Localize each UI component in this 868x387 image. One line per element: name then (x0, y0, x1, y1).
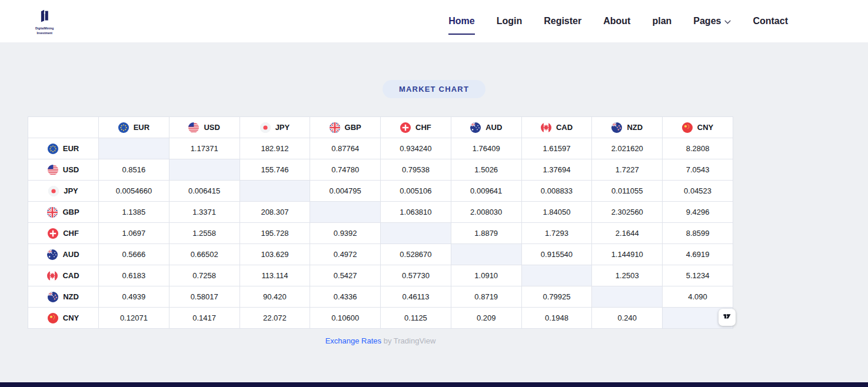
rate-cell-gbp-aud[interactable]: 2.008030 (451, 202, 521, 223)
rate-cell-usd-nzd[interactable]: 1.7227 (592, 159, 663, 181)
rate-cell-eur-nzd[interactable]: 2.021620 (592, 138, 663, 159)
rate-cell-jpy-eur[interactable]: 0.0054660 (99, 181, 169, 202)
rate-cell-usd-gbp[interactable]: 0.74780 (310, 159, 381, 181)
table-row-gbp: GBP1.13851.3371208.3071.0638102.0080301.… (28, 202, 733, 223)
table-row-eur: EUR1.17371182.9120.877640.9342401.764091… (28, 138, 733, 159)
rate-cell-chf-cad[interactable]: 1.7293 (521, 223, 592, 244)
rate-cell-usd-jpy[interactable]: 155.746 (240, 159, 310, 181)
rate-cell-nzd-gbp[interactable]: 0.4336 (310, 286, 381, 308)
rate-cell-cad-eur[interactable]: 0.6183 (99, 265, 169, 286)
market-chart-badge: MARKET CHART (383, 80, 485, 98)
rate-cell-chf-cny[interactable]: 8.8599 (663, 223, 733, 244)
rate-cell-aud-cad[interactable]: 0.915540 (521, 244, 592, 265)
rate-cell-cny-aud[interactable]: 0.209 (451, 308, 521, 329)
rate-cell-gbp-jpy[interactable]: 208.307 (240, 202, 310, 223)
rate-cell-eur-cad[interactable]: 1.61597 (521, 138, 592, 159)
corner-cell (28, 117, 99, 138)
rate-cell-cad-jpy[interactable]: 113.114 (240, 265, 310, 286)
rate-cell-gbp-usd[interactable]: 1.3371 (169, 202, 240, 223)
site-logo[interactable]: DigitalMining Investment (35, 8, 54, 35)
rate-cell-chf-usd[interactable]: 1.2558 (169, 223, 240, 244)
rate-cell-nzd-eur[interactable]: 0.4939 (99, 286, 169, 308)
exchange-rates-link[interactable]: Exchange Rates (325, 336, 381, 345)
rate-cell-eur-aud[interactable]: 1.76409 (451, 138, 521, 159)
tradingview-logo-button[interactable] (719, 309, 736, 326)
rate-cell-eur-jpy[interactable]: 182.912 (240, 138, 310, 159)
rate-cell-cny-usd[interactable]: 0.1417 (169, 308, 240, 329)
rate-cell-eur-cny[interactable]: 8.2808 (663, 138, 733, 159)
rate-cell-cad-usd[interactable]: 0.7258 (169, 265, 240, 286)
rate-cell-nzd-jpy[interactable]: 90.420 (240, 286, 310, 308)
rate-cell-usd-cad[interactable]: 1.37694 (521, 159, 592, 181)
footer-strip (0, 382, 868, 387)
rate-cell-aud-chf[interactable]: 0.528670 (381, 244, 451, 265)
rate-cell-cny-cad[interactable]: 0.1948 (521, 308, 592, 329)
rate-cell-chf-nzd[interactable]: 2.1644 (592, 223, 663, 244)
rate-cell-cny-gbp[interactable]: 0.10600 (310, 308, 381, 329)
tradingview-logo (722, 311, 732, 323)
rate-cell-nzd-cny[interactable]: 4.090 (663, 286, 733, 308)
rate-cell-aud-jpy[interactable]: 103.629 (240, 244, 310, 265)
rate-cell-jpy-cny[interactable]: 0.04523 (663, 181, 733, 202)
nav-item-home[interactable]: Home (448, 12, 474, 30)
rate-cell-jpy-cad[interactable]: 0.008833 (521, 181, 592, 202)
rate-cell-nzd-chf[interactable]: 0.46113 (381, 286, 451, 308)
nav-item-login[interactable]: Login (497, 12, 523, 30)
nav-item-about[interactable]: About (603, 12, 630, 30)
rate-cell-aud-usd[interactable]: 0.66502 (169, 244, 240, 265)
japan-flag-icon (48, 186, 59, 196)
row-header-cad: CAD (28, 265, 99, 286)
rate-cell-nzd-aud[interactable]: 0.8719 (451, 286, 521, 308)
nav-item-pages[interactable]: Pages (693, 12, 731, 30)
rate-cell-aud-cny[interactable]: 4.6919 (663, 244, 733, 265)
diagonal-cell-jpy (240, 181, 310, 202)
rate-cell-jpy-aud[interactable]: 0.009641 (451, 181, 521, 202)
rate-cell-gbp-eur[interactable]: 1.1385 (99, 202, 169, 223)
nav-item-plan[interactable]: plan (652, 12, 671, 30)
rate-cell-gbp-chf[interactable]: 1.063810 (381, 202, 451, 223)
rate-cell-chf-gbp[interactable]: 0.9392 (310, 223, 381, 244)
rate-cell-aud-nzd[interactable]: 1.144910 (592, 244, 663, 265)
rate-cell-cny-jpy[interactable]: 22.072 (240, 308, 310, 329)
currency-code-label: NZD (63, 292, 79, 301)
rate-cell-cad-chf[interactable]: 0.57730 (381, 265, 451, 286)
rate-cell-usd-chf[interactable]: 0.79538 (381, 159, 451, 181)
rate-cell-chf-eur[interactable]: 1.0697 (99, 223, 169, 244)
diagonal-cell-chf (381, 223, 451, 244)
rate-cell-chf-aud[interactable]: 1.8879 (451, 223, 521, 244)
nav-item-contact[interactable]: Contact (753, 12, 788, 30)
rate-cell-eur-chf[interactable]: 0.934240 (381, 138, 451, 159)
nav-item-label: Home (448, 16, 474, 26)
column-header-chf: CHF (381, 117, 451, 138)
rate-cell-gbp-cny[interactable]: 9.4296 (663, 202, 733, 223)
currency-code-label: CAD (556, 123, 573, 132)
rate-cell-gbp-nzd[interactable]: 2.302560 (592, 202, 663, 223)
rate-cell-eur-usd[interactable]: 1.17371 (169, 138, 240, 159)
currency-code-label: EUR (63, 144, 79, 153)
rate-cell-eur-gbp[interactable]: 0.87764 (310, 138, 381, 159)
rate-cell-cny-nzd[interactable]: 0.240 (592, 308, 663, 329)
rate-cell-gbp-cad[interactable]: 1.84050 (521, 202, 592, 223)
rate-cell-cad-gbp[interactable]: 0.5427 (310, 265, 381, 286)
column-header-cad: CAD (521, 117, 592, 138)
rate-cell-cad-nzd[interactable]: 1.2503 (592, 265, 663, 286)
rate-cell-jpy-gbp[interactable]: 0.004795 (310, 181, 381, 202)
rate-cell-cad-cny[interactable]: 5.1234 (663, 265, 733, 286)
rate-cell-jpy-chf[interactable]: 0.005106 (381, 181, 451, 202)
rate-cell-cny-eur[interactable]: 0.12071 (99, 308, 169, 329)
rate-cell-usd-eur[interactable]: 0.8516 (99, 159, 169, 181)
rate-cell-cad-aud[interactable]: 1.0910 (451, 265, 521, 286)
rate-cell-aud-gbp[interactable]: 0.4972 (310, 244, 381, 265)
rate-cell-jpy-nzd[interactable]: 0.011055 (592, 181, 663, 202)
rate-cell-cny-chf[interactable]: 0.1125 (381, 308, 451, 329)
nav-item-register[interactable]: Register (544, 12, 581, 30)
rate-cell-aud-eur[interactable]: 0.5666 (99, 244, 169, 265)
rate-cell-usd-aud[interactable]: 1.5026 (451, 159, 521, 181)
table-row-cny: CNY0.120710.141722.0720.106000.11250.209… (28, 308, 733, 329)
rate-cell-nzd-cad[interactable]: 0.79925 (521, 286, 592, 308)
rate-cell-usd-cny[interactable]: 7.0543 (663, 159, 733, 181)
rate-cell-chf-jpy[interactable]: 195.728 (240, 223, 310, 244)
us-flag-icon (188, 122, 199, 133)
rate-cell-nzd-usd[interactable]: 0.58017 (169, 286, 240, 308)
rate-cell-jpy-usd[interactable]: 0.006415 (169, 181, 240, 202)
